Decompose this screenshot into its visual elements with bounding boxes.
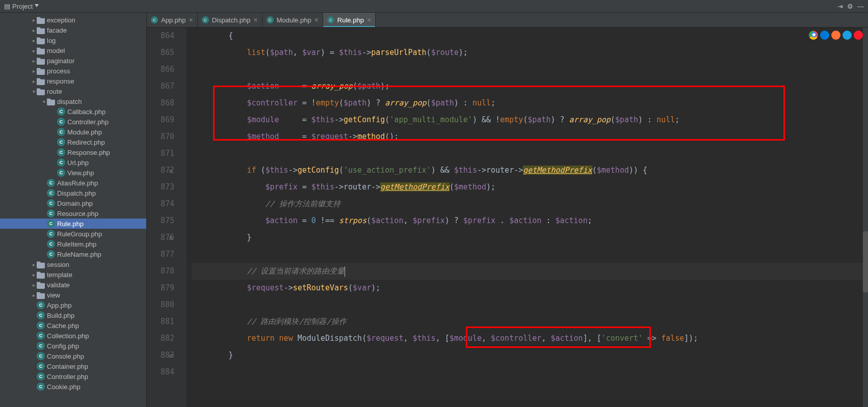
code-line[interactable]: $prefix = $this->router->getMethodPrefix… [192,179,863,196]
tree-item[interactable]: CCallback.php [0,106,146,117]
editor-tab[interactable]: CModule.php× [262,13,323,27]
svg-marker-0 [35,4,39,7]
tree-arrow-icon[interactable] [31,17,37,23]
tree-arrow-icon[interactable] [31,262,37,267]
code-line[interactable]: } [192,347,863,364]
tree-item[interactable]: CCollection.php [0,331,146,341]
code-line[interactable]: $action = 0 !== strpos($action, $prefix)… [192,212,863,229]
safari-icon[interactable] [843,31,852,40]
gear-icon[interactable]: ⚙ [847,3,853,10]
tree-item[interactable]: CConsole.php [0,351,146,361]
tree-item[interactable]: CRuleItem.php [0,239,146,249]
tree-arrow-icon[interactable] [31,89,37,94]
tree-item[interactable]: CUrl.php [0,157,146,168]
close-icon[interactable]: × [314,16,319,24]
tree-item[interactable]: log [0,35,146,45]
tree-item[interactable]: CRuleGroup.php [0,229,146,239]
tree-arrow-icon[interactable] [31,58,37,64]
fold-icon[interactable]: ⊟ [169,162,172,179]
code-editor[interactable]: { list($path, $var) = $this->parseUrlPat… [187,28,863,407]
editor-tabs: CApp.php×CDispatch.php×CModule.php×CRule… [147,13,868,28]
tree-item[interactable]: CAliasRule.php [0,178,146,188]
editor-tab[interactable]: CApp.php× [147,13,198,27]
tree-item[interactable]: CBuild.php [0,310,146,320]
tree-item[interactable]: exception [0,15,146,25]
tree-item[interactable]: CController.php [0,117,146,127]
line-number: 881 [147,313,174,330]
code-line[interactable] [192,61,863,78]
tree-arrow-icon[interactable] [31,68,37,74]
tree-item[interactable]: route [0,86,146,96]
tree-item[interactable]: CDomain.php [0,198,146,208]
chrome-icon[interactable] [809,31,818,40]
tree-arrow-icon[interactable] [31,292,37,298]
code-container[interactable]: 864865866867868869870871872⊟873874875876… [147,28,868,407]
code-line[interactable]: return new ModuleDispatch($request, $thi… [192,330,863,347]
tree-item[interactable]: validate [0,280,146,290]
tree-item[interactable]: CRedirect.php [0,137,146,147]
tree-item[interactable]: process [0,66,146,76]
code-line[interactable]: { [192,28,863,44]
tree-item[interactable]: model [0,45,146,56]
tree-arrow-icon[interactable] [31,272,37,278]
tree-item[interactable]: CResource.php [0,208,146,219]
tree-item[interactable]: template [0,269,146,280]
close-icon[interactable]: × [367,16,371,24]
close-icon[interactable]: × [254,16,258,24]
vertical-scrollbar[interactable] [863,28,868,407]
code-line[interactable]: // 操作方法前缀支持 [192,196,863,212]
tree-item[interactable]: facade [0,25,146,35]
tree-arrow-icon[interactable] [31,78,37,84]
tree-item[interactable]: CCache.php [0,320,146,331]
code-line[interactable]: } [192,229,863,246]
tree-item[interactable]: response [0,76,146,86]
editor-tab[interactable]: CRule.php× [323,13,376,27]
tree-item[interactable]: CView.php [0,168,146,178]
tree-item[interactable]: view [0,290,146,300]
tree-item[interactable]: CContainer.php [0,361,146,371]
code-line[interactable] [192,296,863,313]
tree-item[interactable]: CRuleName.php [0,249,146,259]
code-line[interactable]: $method = $request->method(); [192,128,863,145]
tree-item[interactable]: CDispatch.php [0,188,146,198]
code-line[interactable]: // 设置当前请求的路由变量 [192,263,863,280]
tree-item[interactable]: CApp.php [0,300,146,310]
firefox-icon[interactable] [831,31,840,40]
close-icon[interactable]: × [189,16,193,24]
project-sidebar[interactable]: exceptionfacadelogmodelpaginatorprocessr… [0,13,147,407]
code-line[interactable]: if ($this->getConfig('use_action_prefix'… [192,162,863,179]
code-line[interactable] [192,364,863,381]
minimize-icon[interactable]: — [857,3,864,10]
tree-arrow-icon[interactable] [31,282,37,288]
tree-item[interactable]: CModule.php [0,127,146,137]
tree-arrow-icon[interactable] [31,38,37,43]
tree-item[interactable]: CResponse.php [0,147,146,157]
line-number: 884 [147,364,174,381]
code-line[interactable] [192,246,863,263]
tree-item[interactable]: CController.php [0,371,146,382]
tree-item[interactable]: CCookie.php [0,382,146,392]
tree-arrow-icon[interactable] [41,99,47,104]
code-line[interactable]: $request->setRouteVars($var); [192,280,863,296]
tree-item[interactable]: dispatch [0,96,146,106]
edge-icon[interactable] [820,31,829,40]
opera-icon[interactable] [854,31,863,40]
tree-item[interactable]: paginator [0,56,146,66]
collapse-icon[interactable]: ⇥ [837,3,843,10]
fold-icon[interactable]: ⊟ [169,347,172,364]
editor-tab[interactable]: CDispatch.php× [198,13,262,27]
code-line[interactable]: $module = $this->getConfig('app_multi_mo… [192,112,863,128]
tree-item[interactable]: CRule.php [0,219,146,229]
tree-item[interactable]: session [0,259,146,269]
tree-item[interactable]: CConfig.php [0,341,146,351]
fold-icon[interactable]: ⊟ [169,229,172,246]
code-line[interactable]: // 路由到模块/控制器/操作 [192,313,863,330]
tree-arrow-icon[interactable] [31,28,37,33]
project-selector[interactable]: ▤ Project [4,3,39,10]
tree-arrow-icon[interactable] [31,48,37,53]
code-line[interactable]: $action = array_pop($path); [192,78,863,95]
code-line[interactable] [192,145,863,162]
code-line[interactable]: $controller = !empty($path) ? array_pop(… [192,95,863,112]
code-line[interactable]: list($path, $var) = $this->parseUrlPath(… [192,44,863,61]
scrollbar-thumb[interactable] [863,231,868,292]
